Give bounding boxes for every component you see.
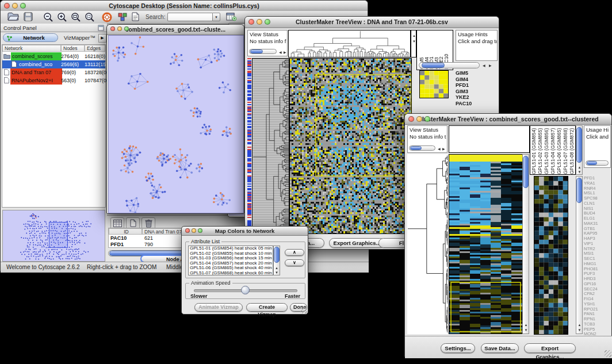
col-header-edges[interactable]: Edges xyxy=(85,45,105,52)
treeview2-titlebar[interactable]: ClusterMaker TreeView : combined_scores_… xyxy=(405,114,611,125)
tv2-status-hscrollbar[interactable] xyxy=(409,145,435,151)
scroll-up-icon[interactable]: ▲ xyxy=(578,323,582,327)
network-view-titlebar[interactable]: combined_scores_good.txt--cluste... xyxy=(107,25,244,35)
create-vizmap-button[interactable]: Create Vizmap xyxy=(246,303,288,312)
scrollbar-thumb[interactable] xyxy=(523,156,529,188)
tv1-status-hscrollbar[interactable] xyxy=(249,49,277,54)
network-overview-panel[interactable] xyxy=(2,210,105,262)
import-table-button[interactable] xyxy=(226,12,238,22)
tv1-zoom-heatmap-panel[interactable] xyxy=(419,70,449,98)
tv1-zoom-heatmap-canvas[interactable] xyxy=(420,71,448,98)
network-row-rnapuber[interactable]: RNAPuberNov2+I 563(0) 107847(0) xyxy=(2,76,105,85)
tv2-settings-button[interactable]: Settings... xyxy=(441,343,475,353)
network-canvas-area[interactable] xyxy=(108,35,244,213)
tv2-save-data-button[interactable]: Save Data... xyxy=(481,343,519,353)
scroll-down-icon[interactable]: ▼ xyxy=(275,271,278,274)
zoom-button[interactable] xyxy=(20,3,26,9)
dialog-titlebar[interactable]: Map Colors to Network xyxy=(182,227,308,236)
close-button[interactable] xyxy=(408,116,414,122)
tv2-export-graphics-button[interactable]: Export Graphics... xyxy=(524,343,576,353)
scroll-left-icon[interactable]: ◀ xyxy=(438,147,441,151)
tab-scroll-right-button[interactable]: ▶ xyxy=(98,34,106,43)
zoom-button[interactable] xyxy=(198,228,202,233)
tab-vizmapper[interactable]: VizMapper™ xyxy=(64,33,95,42)
speed-slider-thumb[interactable] xyxy=(241,286,250,294)
minimize-button[interactable] xyxy=(192,228,196,233)
tv1-mini-scroll-strip[interactable]: ▲ ▼ xyxy=(411,30,416,58)
help-button[interactable] xyxy=(102,12,113,22)
save-session-button[interactable] xyxy=(24,12,35,22)
tv1-array-dendrogram-panel[interactable] xyxy=(288,30,411,58)
resize-grip[interactable] xyxy=(605,350,611,357)
gene-label[interactable]: MON2 xyxy=(584,332,611,336)
plugin-manager-button[interactable] xyxy=(118,12,129,22)
row-label[interactable]: PFD1 xyxy=(456,82,496,89)
scroll-up-icon[interactable]: ▲ xyxy=(525,323,528,327)
close-button[interactable] xyxy=(110,26,115,31)
col-header-network[interactable]: Network xyxy=(2,45,61,52)
tv2-zoom-vscrollbar[interactable]: ▲ ▼ xyxy=(576,176,583,334)
scrollbar-thumb[interactable] xyxy=(410,146,422,150)
scroll-down-icon[interactable]: ▼ xyxy=(412,40,416,43)
scroll-down-icon[interactable]: ▼ xyxy=(578,170,582,174)
column-label[interactable]: GPL51-08 (GSM872) xyxy=(569,127,575,174)
close-button[interactable] xyxy=(4,3,10,9)
move-down-button[interactable]: ∨ xyxy=(285,259,304,266)
search-input[interactable] xyxy=(167,13,212,21)
zoom-selected-button[interactable] xyxy=(85,12,96,22)
row-id[interactable]: PFD1 xyxy=(110,242,124,247)
attribute-list[interactable]: GPL51-01 (GSM854) heat shock 05 minGPL51… xyxy=(188,246,273,275)
scrollbar-thumb[interactable] xyxy=(576,127,582,163)
scroll-up-icon[interactable]: ▲ xyxy=(578,166,582,169)
tv1-right-hscrollbar[interactable] xyxy=(419,62,480,68)
network-row-combined-scores[interactable]: combined_scores 2764(0) 16218(0) xyxy=(2,52,105,60)
row-label[interactable]: YKE2 xyxy=(456,94,496,101)
network-row-dna-tran[interactable]: DNA and Tran 07 769(0) 183728(0) xyxy=(2,68,105,76)
tv1-export-graphics-button[interactable]: Export Graphics... xyxy=(329,238,385,248)
tv2-column-labels[interactable]: GPL51-01 (GSM854)GPL51-02 (GSM855)GPL51-… xyxy=(531,127,575,174)
network-graph-canvas[interactable] xyxy=(109,36,243,213)
tv1-gene-dendrogram-canvas[interactable] xyxy=(252,58,289,234)
row-label[interactable]: GIM5 xyxy=(456,70,496,76)
tv2-gene-label-list[interactable]: PFD1YRA1RNR4MSL1SPC98CLN1NIS1BUD4ELG1MAK… xyxy=(584,176,611,336)
scroll-right-icon[interactable]: ▶ xyxy=(489,64,492,67)
zoom-fit-button[interactable] xyxy=(71,12,82,22)
id-column-header[interactable]: ID xyxy=(109,228,142,235)
tab-network[interactable]: Network xyxy=(3,33,58,42)
scroll-left-icon[interactable]: ◀ xyxy=(279,51,282,54)
row-label[interactable]: PAC10 xyxy=(456,101,496,107)
minimize-button[interactable] xyxy=(117,26,122,31)
main-titlebar[interactable]: Cytoscape Desktop (Session Name: collins… xyxy=(1,1,368,12)
row-label[interactable]: GIM4 xyxy=(456,76,496,83)
scroll-up-icon[interactable]: ▲ xyxy=(412,34,416,37)
scrollbar-thumb[interactable] xyxy=(587,161,597,165)
tv2-zoom-heatmap-canvas[interactable] xyxy=(534,176,568,335)
minimize-button[interactable] xyxy=(416,116,422,122)
scroll-left-icon[interactable]: ◀ xyxy=(483,64,485,67)
zoom-out-button[interactable] xyxy=(43,12,55,22)
zoom-button[interactable] xyxy=(124,26,129,31)
row-value[interactable]: 790 xyxy=(144,242,153,247)
scrollbar-thumb[interactable] xyxy=(250,49,263,53)
treeview1-titlebar[interactable]: ClusterMaker TreeView : DNA and Tran 07-… xyxy=(245,17,499,28)
tv1-array-dendrogram-canvas[interactable] xyxy=(289,30,410,57)
animate-vizmap-button[interactable]: Animate Vizmap xyxy=(194,303,243,312)
close-button[interactable] xyxy=(185,228,190,233)
tv2-usage-hscrollbar[interactable] xyxy=(586,160,609,166)
tv2-gene-dendrogram-canvas[interactable] xyxy=(407,154,447,334)
attribute-item[interactable]: GPL51-07 (GSM868) heat shock 60 min xyxy=(189,271,273,275)
tv1-global-overview-strip[interactable] xyxy=(247,58,251,233)
tv2-heatmap-canvas[interactable] xyxy=(449,154,523,334)
scroll-down-icon[interactable]: ▼ xyxy=(525,328,528,332)
zoom-in-button[interactable] xyxy=(57,12,68,22)
tv2-heatmap-vscrollbar[interactable]: ▲ ▼ xyxy=(522,154,529,334)
move-up-button[interactable]: ∧ xyxy=(285,249,304,256)
network-overview-canvas[interactable] xyxy=(3,210,105,261)
scrollbar-thumb[interactable] xyxy=(422,63,445,68)
tv1-heatmap-canvas[interactable] xyxy=(289,58,412,234)
float-panel-icon[interactable] xyxy=(98,25,104,31)
minimize-button[interactable] xyxy=(12,3,18,9)
tv2-labels-vscrollbar[interactable]: ▲ ▼ xyxy=(576,125,583,175)
zoom-button[interactable] xyxy=(265,19,270,25)
scroll-right-icon[interactable]: ▶ xyxy=(284,51,286,54)
